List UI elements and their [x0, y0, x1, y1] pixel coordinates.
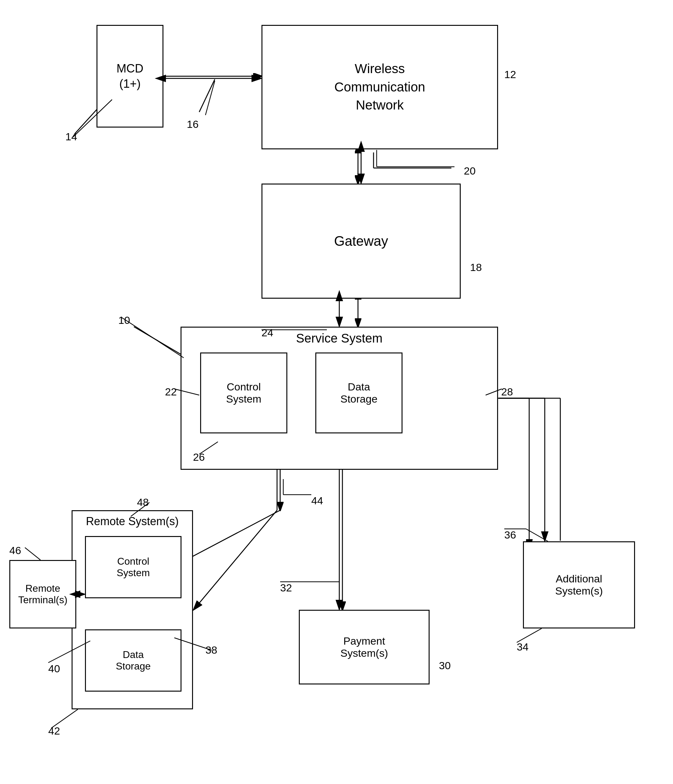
ref-22: 22 [165, 386, 177, 398]
service-system-box: Service System ControlSystem DataStorage [181, 327, 498, 470]
gateway-box: Gateway [262, 184, 461, 299]
ref-18: 18 [470, 261, 482, 274]
wcn-box: WirelessCommunicationNetwork [262, 25, 498, 149]
service-control-system-box: ControlSystem [200, 353, 287, 433]
svg-line-29 [194, 510, 277, 610]
ref-46: 46 [9, 544, 21, 557]
service-data-storage-label: DataStorage [340, 381, 377, 405]
ref-10: 10 [118, 314, 130, 327]
svg-line-22 [206, 81, 215, 115]
remote-terminal-box: RemoteTerminal(s) [9, 560, 76, 628]
ref-16: 16 [187, 118, 199, 131]
ref-40: 40 [48, 663, 60, 675]
svg-line-50 [122, 317, 184, 358]
ref-26: 26 [193, 451, 205, 463]
ref-34: 34 [517, 641, 528, 653]
remote-terminal-label: RemoteTerminal(s) [18, 583, 67, 606]
ref-12: 12 [504, 68, 516, 81]
svg-line-43 [25, 548, 41, 560]
service-control-system-label: ControlSystem [226, 381, 261, 405]
svg-line-52 [517, 628, 542, 642]
ref-48: 48 [137, 496, 149, 509]
ref-24: 24 [262, 327, 273, 339]
ref-30: 30 [439, 660, 451, 672]
service-system-label: Service System [296, 331, 383, 345]
mcd-box: MCD(1+) [97, 25, 164, 128]
additional-system-label: AdditionalSystem(s) [555, 573, 603, 597]
remote-control-system-box: ControlSystem [85, 536, 181, 598]
diagram: MCD(1+) WirelessCommunicationNetwork Gat… [0, 0, 673, 784]
ref-20: 20 [464, 165, 476, 177]
gateway-label: Gateway [334, 233, 388, 249]
ref-36: 36 [504, 529, 516, 541]
svg-line-17 [134, 327, 187, 358]
ref-28: 28 [501, 386, 513, 398]
wcn-label: WirelessCommunicationNetwork [334, 60, 425, 115]
additional-system-box: AdditionalSystem(s) [523, 541, 635, 628]
remote-system-label: Remote System(s) [86, 515, 179, 528]
payment-system-box: PaymentSystem(s) [299, 610, 430, 684]
remote-system-box: Remote System(s) ControlSystem DataStora… [72, 510, 193, 709]
svg-line-4 [199, 79, 215, 112]
remote-control-system-label: ControlSystem [117, 555, 150, 579]
mcd-label: MCD(1+) [117, 61, 143, 92]
remote-data-storage-box: DataStorage [85, 629, 181, 692]
ref-42: 42 [48, 725, 60, 737]
ref-32: 32 [280, 582, 292, 594]
ref-38: 38 [206, 644, 217, 656]
service-data-storage-box: DataStorage [315, 353, 402, 433]
ref-44: 44 [311, 495, 323, 507]
remote-data-storage-label: DataStorage [116, 649, 151, 672]
payment-system-label: PaymentSystem(s) [341, 635, 388, 659]
svg-line-40 [526, 529, 548, 541]
ref-14: 14 [65, 131, 77, 143]
